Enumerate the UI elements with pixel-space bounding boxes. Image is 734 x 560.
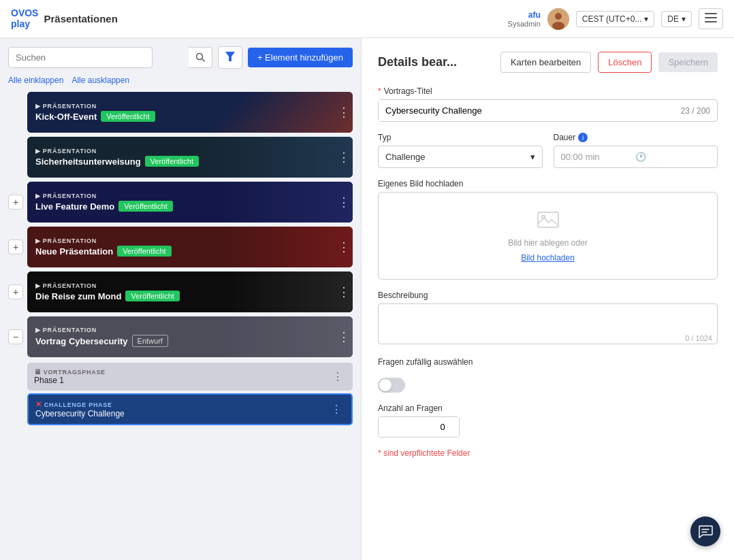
user-role: Sysadmin — [508, 20, 541, 28]
pres-row-mond: + ▶PRÄSENTATION Die Reise zum Mond Veröf… — [8, 271, 353, 312]
chat-bubble[interactable] — [690, 516, 720, 546]
pres-title-livedemo: Live Feature Demo Veröffentlicht — [35, 201, 327, 212]
sub-item-cybersec-challenge[interactable]: ✕CHALLENGE PHASE Cybersecurity Challenge… — [27, 393, 353, 425]
app-title: Präsentationen — [44, 13, 117, 24]
pres-type-neue: ▶PRÄSENTATION — [35, 237, 327, 244]
toggle-knob — [379, 379, 392, 391]
expand-all-link[interactable]: Alle ausklappen — [71, 76, 129, 85]
more-menu-mond[interactable]: ⋮ — [335, 282, 353, 302]
sub-item-phase1[interactable]: 🖥VORTRAGSPHASE Phase 1 ⋮ — [27, 363, 353, 391]
chevron-down-icon: ▾ — [682, 14, 686, 24]
pres-row-sicherheit: ▶PRÄSENTATION Sicherheitsunterweisung Ve… — [8, 137, 353, 178]
user-info: afu Sysadmin — [508, 10, 541, 28]
expand-mond[interactable]: + — [8, 284, 23, 299]
more-menu-sicherheit[interactable]: ⋮ — [335, 147, 353, 167]
logo-ovos: OVOS play — [11, 8, 38, 29]
svg-marker-8 — [225, 52, 235, 61]
duration-label: Dauer i — [554, 133, 718, 142]
random-toggle[interactable] — [378, 378, 405, 393]
description-textarea[interactable] — [378, 303, 718, 344]
image-upload-link[interactable]: Bild hochladen — [521, 253, 575, 263]
pres-row-kickoff: ▶PRÄSENTATION Kick-Off-Event Veröffentli… — [8, 92, 353, 133]
pres-title-neue: Neue Präsentation Veröffentlicht — [35, 246, 327, 257]
svg-rect-5 — [705, 21, 717, 22]
svg-line-7 — [202, 59, 204, 62]
title-field-section: * Vortrags-Titel 23 / 200 — [378, 86, 718, 122]
language-select[interactable]: DE ▾ — [661, 11, 692, 27]
more-menu-cybersec[interactable]: ⋮ — [335, 327, 353, 347]
questions-count-row: / — [378, 416, 460, 438]
description-count: 0 / 1024 — [685, 334, 712, 342]
svg-rect-3 — [705, 13, 717, 14]
delete-button[interactable]: Löschen — [598, 52, 652, 73]
expand-livedemo[interactable]: + — [8, 195, 23, 210]
save-button[interactable]: Speichern — [658, 52, 718, 72]
more-menu-phase1[interactable]: ⋮ — [330, 369, 346, 384]
filter-button[interactable] — [218, 46, 242, 69]
pres-row-cybersec: − ▶PRÄSENTATION Vortrag Cybersecurity En… — [8, 316, 353, 357]
pres-item-livedemo[interactable]: ▶PRÄSENTATION Live Feature Demo Veröffen… — [27, 182, 353, 223]
pres-title-mond: Die Reise zum Mond Veröffentlicht — [35, 291, 327, 301]
pres-item-mond[interactable]: ▶PRÄSENTATION Die Reise zum Mond Veröffe… — [27, 271, 353, 312]
pres-item-cybersec[interactable]: ▶PRÄSENTATION Vortrag Cybersecurity Entw… — [27, 316, 353, 357]
add-element-button[interactable]: + Element hinzufügen — [248, 48, 353, 67]
sub-items-cybersec: 🖥VORTRAGSPHASE Phase 1 ⋮ ✕CHALLENGE PHAS… — [27, 363, 353, 425]
svg-point-2 — [552, 22, 564, 30]
description-section: Beschreibung 0 / 1024 — [378, 291, 718, 346]
title-label: * Vortrags-Titel — [378, 86, 718, 96]
duration-col: Dauer i 00:00 min 🕐 — [554, 133, 718, 168]
avatar[interactable] — [547, 8, 569, 30]
pres-item-neue[interactable]: ▶PRÄSENTATION Neue Präsentation Veröffen… — [27, 227, 353, 267]
panel-header: Details bear... Karten bearbeiten Lösche… — [378, 52, 718, 73]
search-input[interactable] — [8, 47, 153, 68]
duration-input[interactable]: 00:00 min 🕐 — [554, 146, 718, 168]
image-section: Eigenes Bild hochladen Bild hier ablegen… — [378, 179, 718, 280]
title-char-count: 23 / 200 — [674, 106, 717, 116]
menu-icon[interactable] — [699, 8, 723, 29]
image-upload-area[interactable]: Bild hier ablegen oder Bild hochladen — [378, 192, 718, 280]
pres-item-kickoff[interactable]: ▶PRÄSENTATION Kick-Off-Event Veröffentli… — [27, 92, 353, 133]
pres-type-kickoff: ▶PRÄSENTATION — [35, 103, 327, 110]
image-drop-text: Bild hier ablegen oder — [508, 238, 588, 248]
timezone-select[interactable]: CEST (UTC+0... ▾ — [576, 11, 654, 27]
header: OVOS play Präsentationen afu Sysadmin CE… — [0, 0, 734, 38]
type-duration-row: Typ Challenge ▾ Dauer i 00:00 min 🕐 — [378, 133, 718, 168]
presentation-list: ▶PRÄSENTATION Kick-Off-Event Veröffentli… — [8, 92, 353, 425]
logo: OVOS play Präsentationen — [11, 8, 118, 29]
search-button[interactable] — [189, 47, 212, 68]
more-menu-challenge[interactable]: ⋮ — [328, 401, 345, 417]
image-icon — [537, 209, 559, 233]
questions-input-left[interactable] — [379, 417, 460, 437]
main-layout: + Element hinzufügen Alle einklappen All… — [0, 38, 734, 560]
type-col: Typ Challenge ▾ — [378, 133, 543, 168]
sub-type-phase1: 🖥VORTRAGSPHASE — [34, 368, 324, 376]
more-menu-neue[interactable]: ⋮ — [335, 237, 353, 257]
title-input-wrapper: 23 / 200 — [378, 99, 718, 122]
pres-type-livedemo: ▶PRÄSENTATION — [35, 193, 327, 199]
toolbar: + Element hinzufügen — [8, 46, 353, 69]
info-icon: i — [578, 133, 588, 142]
clock-icon: 🕐 — [635, 152, 710, 162]
title-input[interactable] — [379, 100, 674, 121]
expand-neue[interactable]: + — [8, 240, 23, 254]
user-name: afu — [528, 10, 541, 20]
random-toggle-row: Fragen zufällig auswählen — [378, 357, 718, 367]
expand-cybersec[interactable]: − — [8, 329, 23, 344]
sub-type-challenge: ✕CHALLENGE PHASE — [35, 400, 323, 409]
more-menu-kickoff[interactable]: ⋮ — [335, 102, 353, 122]
random-label: Fragen zufällig auswählen — [378, 357, 473, 367]
chevron-down-icon: ▾ — [644, 14, 648, 24]
search-icon — [195, 52, 205, 62]
sub-title-phase1: Phase 1 — [34, 376, 324, 385]
more-menu-livedemo[interactable]: ⋮ — [335, 192, 353, 212]
pres-type-mond: ▶PRÄSENTATION — [35, 282, 327, 289]
pres-title-cybersec: Vortrag Cybersecurity Entwurf — [35, 335, 327, 347]
pres-item-sicherheit[interactable]: ▶PRÄSENTATION Sicherheitsunterweisung Ve… — [27, 137, 353, 178]
pres-row-neue: + ▶PRÄSENTATION Neue Präsentation Veröff… — [8, 227, 353, 267]
svg-point-1 — [555, 13, 562, 20]
right-panel: Details bear... Karten bearbeiten Lösche… — [361, 38, 734, 560]
type-select[interactable]: Challenge ▾ — [378, 146, 543, 168]
cards-button[interactable]: Karten bearbeiten — [500, 52, 591, 73]
collapse-all-link[interactable]: Alle einklappen — [8, 76, 63, 85]
svg-rect-9 — [538, 212, 558, 227]
